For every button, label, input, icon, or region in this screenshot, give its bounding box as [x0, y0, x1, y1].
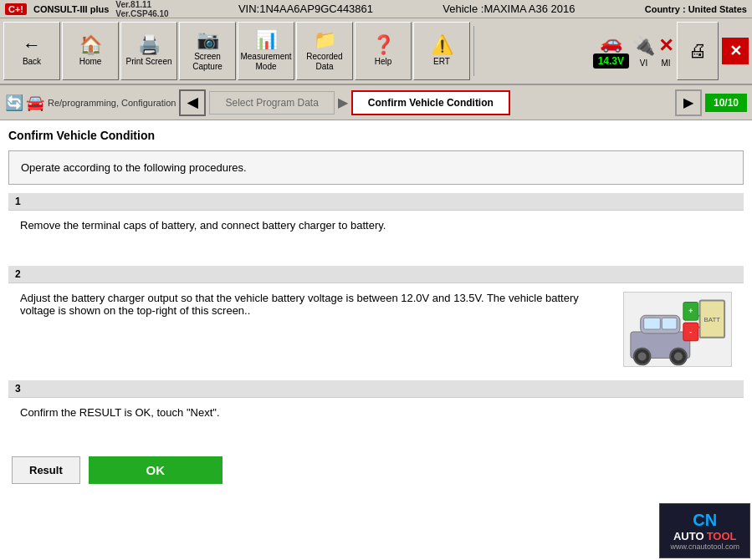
close-button[interactable]: ✕ [722, 38, 749, 64]
svg-rect-3 [662, 318, 677, 329]
svg-text:+: + [688, 307, 693, 315]
step-1-body: Remove the terminal caps of battery, and… [8, 211, 744, 261]
step-2-header: 2 [8, 266, 744, 283]
measurement-label: Measurement Mode [238, 52, 294, 72]
vehicle-display: Vehicle :MAXIMA A36 2016 [443, 3, 575, 15]
vi-label: VI [640, 59, 647, 68]
mi-icon: ✕ [658, 35, 673, 57]
title-bar: C+! CONSULT-III plus Ver.81.11 Ver.CSP46… [0, 0, 752, 18]
auto-text: AUTO [673, 530, 704, 542]
home-button[interactable]: 🏠 Home [62, 22, 119, 80]
help-icon: ❓ [372, 36, 395, 54]
cn-autotool-logo: CN AUTO TOOL www.cnautotool.com [659, 503, 750, 558]
breadcrumb-arrow: ▶ [338, 94, 348, 110]
print-label: Print Screen [125, 57, 171, 67]
step-3-text: Confirm the RESULT is OK, touch "Next". [20, 406, 732, 419]
camera-icon: 📷 [197, 31, 219, 49]
mi-indicator: ✕ MI [658, 35, 673, 68]
vi-icon: 🔌 [632, 35, 655, 57]
measurement-icon: 📊 [255, 31, 278, 49]
result-label: Result [12, 456, 80, 484]
voltage-display: 14.3V [593, 53, 629, 69]
svg-point-7 [674, 353, 683, 361]
breadcrumb-next-button[interactable]: ▶ [675, 89, 702, 116]
section-label: Re/programming, Configuration [48, 98, 176, 108]
step-2-body: Adjust the battery charger output so tha… [8, 283, 744, 375]
home-label: Home [79, 57, 102, 67]
step-2-text: Adjust the battery charger output so tha… [20, 292, 615, 317]
back-button[interactable]: ← Back [3, 22, 60, 80]
car2-icon: 🚘 [26, 94, 44, 112]
step-1-header: 1 [8, 193, 744, 211]
app-logo: C+! [5, 3, 27, 15]
step-3-body: Confirm the RESULT is OK, touch "Next". [8, 398, 744, 448]
home-icon: 🏠 [79, 36, 102, 54]
back-label: Back [23, 57, 41, 67]
step-2: 2 Adjust the battery charger output so t… [8, 266, 744, 375]
help-label: Help [375, 57, 392, 67]
ok-button[interactable]: OK [89, 456, 223, 484]
battery-charger-illustration: BATT + - [623, 292, 732, 367]
screen-capture-button[interactable]: 📷 Screen Capture [179, 22, 236, 80]
info-text: Operate according to the following proce… [21, 161, 247, 174]
step-1: 1 Remove the terminal caps of battery, a… [8, 193, 744, 261]
step-1-text: Remove the terminal caps of battery, and… [20, 219, 732, 232]
info-box: Operate according to the following proce… [8, 150, 744, 185]
recorded-data-button[interactable]: 📁 Recorded Data [296, 22, 353, 80]
logo-url: www.cnautotool.com [670, 542, 739, 551]
back-icon: ← [23, 36, 41, 54]
main-content: Confirm Vehicle Condition Operate accord… [0, 120, 752, 560]
mi-label: MI [661, 59, 670, 68]
vi-indicator: 🔌 VI [632, 35, 655, 68]
cn-text: CN [693, 511, 717, 529]
bottom-area: Result OK [8, 456, 744, 484]
print-screen-button[interactable]: 🖨️ Print Screen [120, 22, 177, 80]
ert-icon: ⚠️ [431, 36, 453, 54]
breadcrumb-back-button[interactable]: ◀ [179, 89, 206, 116]
step-3-header: 3 [8, 380, 744, 398]
breadcrumb-bar: 🔄 🚘 Re/programming, Configuration ◀ Sele… [0, 85, 752, 120]
arrows-icon: 🔄 [5, 94, 23, 112]
step-3: 3 Confirm the RESULT is OK, touch "Next"… [8, 380, 744, 448]
ert-label: ERT [433, 57, 450, 67]
car-icon: 🚗 [600, 33, 622, 52]
measurement-mode-button[interactable]: 📊 Measurement Mode [238, 22, 294, 80]
screen-capture-label: Screen Capture [180, 52, 235, 72]
reprogram-section-icon: 🔄 🚘 [5, 94, 44, 112]
tool-text: TOOL [707, 530, 737, 542]
toolbar-right: 🚗 14.3V 🔌 VI ✕ MI 🖨 ✕ [593, 22, 749, 80]
svg-text:BATT: BATT [704, 316, 721, 323]
svg-point-5 [638, 353, 647, 361]
vin-display: VIN:1N4AA6AP9GC443861 [238, 3, 373, 15]
recorded-label: Recorded Data [297, 52, 352, 72]
ert-button[interactable]: ⚠️ ERT [413, 22, 470, 80]
step1-breadcrumb: Select Program Data [209, 91, 334, 115]
step2-breadcrumb: Confirm Vehicle Condition [351, 90, 510, 115]
version-info: Ver.81.11 Ver.CSP46.10 [115, 0, 168, 18]
printer2-icon: 🖨 [688, 40, 707, 62]
toolbar: ← Back 🏠 Home 🖨️ Print Screen 📷 Screen C… [0, 18, 752, 85]
recorded-icon: 📁 [314, 31, 336, 49]
help-button[interactable]: ❓ Help [355, 22, 412, 80]
printer-button[interactable]: 🖨 [677, 22, 719, 80]
voltage-indicator: 🚗 14.3V [593, 33, 629, 69]
printer-icon: 🖨️ [138, 36, 161, 54]
app-name: CONSULT-III plus [33, 4, 109, 14]
svg-rect-2 [644, 318, 661, 329]
country-display: Country : United States [645, 4, 747, 14]
progress-display: 10/10 [705, 94, 747, 112]
page-title: Confirm Vehicle Condition [8, 129, 744, 142]
